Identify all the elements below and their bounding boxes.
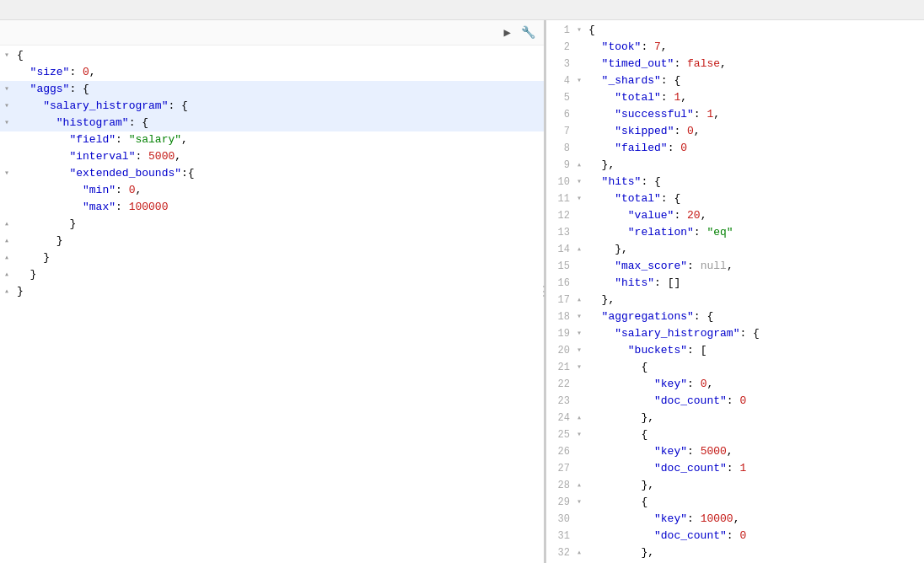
code-text: "min": 0, xyxy=(13,182,544,199)
fold-arrow[interactable]: ▾ xyxy=(577,426,588,443)
code-editor[interactable]: ▾{ "size": 0,▾ "aggs": {▾ "salary_histro… xyxy=(0,46,544,563)
code-line: "field": "salary", xyxy=(0,131,544,148)
response-text: { xyxy=(588,359,924,376)
response-line: 8 "failed": 0 xyxy=(546,140,924,157)
response-text: "total": 1, xyxy=(588,89,924,106)
response-text: }, xyxy=(588,544,924,561)
code-line: "size": 0, xyxy=(0,64,544,81)
line-number: 17 xyxy=(546,292,577,308)
fold-arrow[interactable]: ▾ xyxy=(577,342,588,359)
fold-gutter[interactable]: ▴ xyxy=(0,283,13,300)
fold-gutter[interactable]: ▾ xyxy=(0,165,13,182)
response-text: }, xyxy=(588,410,924,426)
code-line: ▾ "aggs": { xyxy=(0,81,544,98)
code-line: "min": 0, xyxy=(0,182,544,199)
response-text: "value": 20, xyxy=(588,207,924,224)
line-number: 23 xyxy=(546,393,577,410)
code-line: ▴} xyxy=(0,283,544,300)
response-text: }, xyxy=(588,477,924,494)
fold-arrow[interactable]: ▾ xyxy=(577,174,588,190)
response-text: "hits": { xyxy=(588,174,924,190)
code-line: ▾ "histogram": { xyxy=(0,115,544,131)
code-text: "aggs": { xyxy=(13,81,544,98)
response-text: "doc_count": 0 xyxy=(588,528,924,544)
fold-gutter[interactable]: ▴ xyxy=(0,233,13,249)
fold-arrow[interactable]: ▾ xyxy=(577,22,588,39)
fold-arrow[interactable]: ▾ xyxy=(577,72,588,89)
fold-arrow[interactable]: ▾ xyxy=(577,494,588,511)
line-number: 31 xyxy=(546,528,577,544)
line-number: 30 xyxy=(546,511,577,528)
fold-gutter[interactable]: ▾ xyxy=(0,81,13,98)
code-line: ▴ } xyxy=(0,249,544,266)
fold-gutter[interactable]: ▴ xyxy=(0,216,13,233)
response-line: 5 "total": 1, xyxy=(546,89,924,106)
response-line: 3 "timed_out": false, xyxy=(546,56,924,72)
menu-y[interactable] xyxy=(7,8,13,12)
response-editor[interactable]: 1▾{2 "took": 7,3 "timed_out": false,4▾ "… xyxy=(546,20,924,563)
fold-gutter[interactable]: ▾ xyxy=(0,115,13,131)
response-text: "timed_out": false, xyxy=(588,56,924,72)
line-number: 8 xyxy=(546,140,577,157)
code-line: "interval": 5000, xyxy=(0,148,544,165)
response-text: "successful": 1, xyxy=(588,106,924,123)
line-number: 32 xyxy=(546,544,577,561)
fold-arrow[interactable]: ▴ xyxy=(577,544,588,561)
line-number: 15 xyxy=(546,258,577,275)
response-text: "total": { xyxy=(588,190,924,207)
menu-help[interactable] xyxy=(67,8,74,12)
response-line: 32▴ }, xyxy=(546,544,924,561)
response-line: 26 "key": 5000, xyxy=(546,443,924,460)
response-line: 27 "doc_count": 1 xyxy=(546,460,924,477)
code-line: ▾ "extended_bounds":{ xyxy=(0,165,544,182)
response-text: "relation": "eq" xyxy=(588,224,924,241)
menu-variables[interactable] xyxy=(47,8,54,12)
code-text: "max": 100000 xyxy=(13,199,544,216)
line-number: 28 xyxy=(546,477,577,494)
code-text: "histogram": { xyxy=(13,115,544,131)
fold-gutter[interactable]: ▾ xyxy=(0,98,13,115)
fold-arrow[interactable]: ▾ xyxy=(577,308,588,325)
fold-arrow[interactable]: ▴ xyxy=(577,157,588,174)
code-line: ▴ } xyxy=(0,266,544,283)
line-number: 21 xyxy=(546,359,577,376)
wrench-icon[interactable]: 🔧 xyxy=(519,24,537,41)
drag-handle[interactable] xyxy=(540,20,547,563)
code-text: "field": "salary", xyxy=(13,131,544,148)
response-text: "_shards": { xyxy=(588,72,924,89)
response-text: "buckets": [ xyxy=(588,342,924,359)
fold-arrow[interactable]: ▾ xyxy=(577,359,588,376)
fold-arrow[interactable]: ▴ xyxy=(577,241,588,258)
response-text: "aggregations": { xyxy=(588,308,924,325)
response-line: 14▴ }, xyxy=(546,241,924,258)
fold-gutter[interactable]: ▴ xyxy=(0,249,13,266)
line-number: 13 xyxy=(546,224,577,241)
response-line: 31 "doc_count": 0 xyxy=(546,528,924,544)
fold-arrow[interactable]: ▴ xyxy=(577,410,588,426)
response-line: 23 "doc_count": 0 xyxy=(546,393,924,410)
line-number: 14 xyxy=(546,241,577,258)
line-number: 2 xyxy=(546,39,577,56)
response-text: "took": 7, xyxy=(588,39,924,56)
line-number: 24 xyxy=(546,410,577,426)
response-line: 21▾ { xyxy=(546,359,924,376)
code-text: } xyxy=(13,233,544,249)
fold-arrow[interactable]: ▴ xyxy=(577,477,588,494)
code-text: } xyxy=(13,283,544,300)
run-icon[interactable]: ▶ xyxy=(502,24,513,41)
code-text: } xyxy=(13,266,544,283)
fold-arrow[interactable]: ▴ xyxy=(577,292,588,308)
response-line: 11▾ "total": { xyxy=(546,190,924,207)
response-text: }, xyxy=(588,292,924,308)
response-text: { xyxy=(588,494,924,511)
fold-arrow[interactable]: ▾ xyxy=(577,190,588,207)
menu-settings[interactable] xyxy=(27,8,34,12)
fold-gutter[interactable]: ▴ xyxy=(0,266,13,283)
response-text: { xyxy=(588,426,924,443)
line-number: 16 xyxy=(546,275,577,292)
response-line: 16 "hits": [] xyxy=(546,275,924,292)
fold-arrow[interactable]: ▾ xyxy=(577,325,588,342)
header-icons: ▶ 🔧 xyxy=(502,24,537,41)
fold-gutter[interactable]: ▾ xyxy=(0,47,13,64)
line-number: 10 xyxy=(546,174,577,190)
